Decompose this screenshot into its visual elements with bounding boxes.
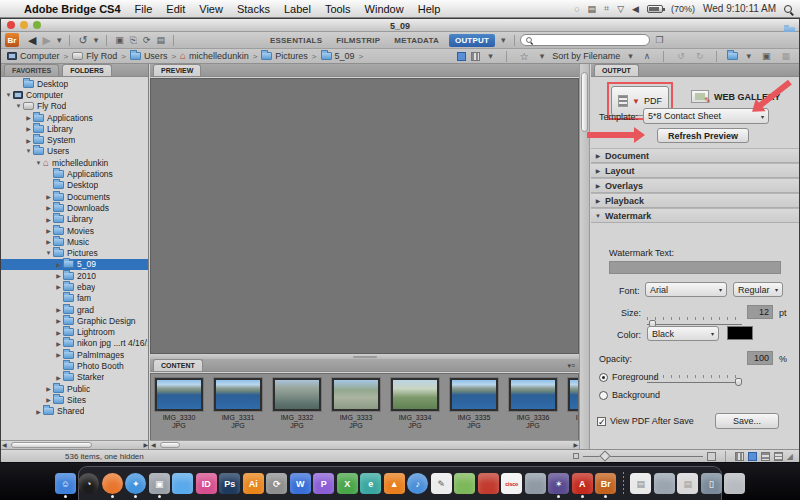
disclosure-right-icon[interactable]: ▶: [54, 261, 63, 268]
tree-item-photo-booth[interactable]: Photo Booth: [1, 360, 148, 371]
rotate-right-icon[interactable]: ↻: [696, 51, 704, 61]
dock-icon-finder[interactable]: ☺: [55, 473, 76, 494]
dock-icon-bridge[interactable]: Br: [595, 473, 616, 494]
view-thumbnails-icon[interactable]: [748, 452, 757, 461]
disclosure-right-icon[interactable]: ▶: [54, 283, 63, 290]
tab-favorites[interactable]: FAVORITES: [4, 64, 59, 76]
tree-item-system[interactable]: ▶System: [1, 134, 148, 145]
opacity-slider[interactable]: [647, 375, 742, 387]
menu-item-label[interactable]: Label: [284, 3, 311, 15]
sort-caret[interactable]: ▾: [628, 51, 633, 61]
displays-icon[interactable]: ▤: [588, 4, 597, 14]
dock-icon-stack-people[interactable]: [654, 473, 675, 494]
disclosure-right-icon[interactable]: ▶: [54, 306, 63, 313]
disclosure-right-icon[interactable]: ▶: [44, 204, 53, 211]
disclosure-right-icon[interactable]: ▶: [54, 317, 63, 324]
disclosure-right-icon[interactable]: ▶: [54, 272, 63, 279]
thumb-size-small-icon[interactable]: [573, 453, 579, 459]
dock-icon-ichat[interactable]: [172, 473, 193, 494]
dock-icon-people[interactable]: [525, 473, 546, 494]
opacity-value[interactable]: 100: [747, 351, 773, 365]
tree-item-palmimages[interactable]: ▶PalmImages: [1, 349, 148, 360]
thumbnail-img_3335[interactable]: IMG_3335JPG: [450, 378, 498, 440]
dock-icon-trash[interactable]: [724, 473, 745, 494]
thumbnail-img_3331[interactable]: IMG_3331JPG: [214, 378, 262, 440]
content-panel-menu-icon[interactable]: ▾≡: [567, 362, 575, 370]
quality-caret[interactable]: ▾: [488, 51, 493, 61]
disclosure-right-icon[interactable]: ▶: [44, 396, 53, 403]
tree-item-nikon-jpg-rt-4-16-1-[interactable]: ▶nikon jpg ...rt 4/16/1...: [1, 338, 148, 349]
back-button[interactable]: ◀: [28, 34, 36, 47]
thumbnail-img_3334[interactable]: IMG_3334JPG: [391, 378, 439, 440]
bluetooth-icon[interactable]: ⌗: [604, 3, 609, 14]
tree-item-documents[interactable]: ▶Documents: [1, 191, 148, 202]
disclosure-right-icon[interactable]: ▶: [54, 329, 63, 336]
thumbnail-size-slider[interactable]: [583, 456, 703, 457]
menu-item-edit[interactable]: Edit: [166, 3, 185, 15]
dock-icon-acrobat[interactable]: A: [572, 473, 593, 494]
dock-icon-stack-notes[interactable]: ▤: [677, 473, 698, 494]
dock-icon-word[interactable]: W: [290, 473, 311, 494]
tree-item-library[interactable]: ▶Library: [1, 123, 148, 134]
dock-icon-stack-documents[interactable]: ▤: [630, 473, 651, 494]
dock-icon-dashboard[interactable]: ◔: [78, 473, 99, 494]
tree-item-applications[interactable]: Applications: [1, 168, 148, 179]
dock-icon-powerpoint[interactable]: P: [313, 473, 334, 494]
menu-item-help[interactable]: Help: [418, 3, 441, 15]
tree-item-movies[interactable]: ▶Movies: [1, 225, 148, 236]
disclosure-right-icon[interactable]: ▶: [44, 193, 53, 200]
dock-icon-firefox[interactable]: [102, 473, 123, 494]
refresh-icon[interactable]: ⟳: [143, 35, 151, 45]
section-layout[interactable]: ▶Layout: [591, 163, 799, 178]
save-button[interactable]: Save...: [715, 413, 779, 429]
section-watermark[interactable]: ▼Watermark: [591, 208, 799, 223]
forward-button[interactable]: ▶: [42, 34, 50, 47]
disclosure-right-icon[interactable]: ▶: [54, 374, 63, 381]
menu-item-stacks[interactable]: Stacks: [237, 3, 270, 15]
thumbnail-img_3337[interactable]: IMG_3337JPG: [568, 378, 579, 440]
font-style-dropdown[interactable]: Regular ▾: [733, 282, 783, 297]
dock-icon-photoshop[interactable]: Ps: [219, 473, 240, 494]
left-panel-hscrollbar[interactable]: ◀▶: [1, 440, 149, 449]
tree-item-computer[interactable]: ▼Computer: [1, 89, 148, 100]
thumb-size-large-icon[interactable]: [707, 452, 716, 461]
rotate-left-icon[interactable]: ↺: [677, 51, 685, 61]
tree-item-desktop[interactable]: Desktop: [1, 180, 148, 191]
view-details-icon[interactable]: [761, 452, 770, 461]
menu-clock[interactable]: Wed 9:10:11 AM: [703, 3, 776, 14]
foreground-radio[interactable]: [599, 373, 608, 382]
breadcrumb-item-pictures[interactable]: Pictures: [261, 51, 308, 61]
resize-grip[interactable]: ◢: [787, 452, 793, 461]
boomerang-icon[interactable]: ↺: [78, 34, 87, 47]
size-value[interactable]: 12: [747, 305, 773, 319]
breadcrumb-item-computer[interactable]: Computer: [7, 51, 60, 61]
sort-ascending-icon[interactable]: ∧: [644, 51, 651, 61]
color-dropdown[interactable]: Black ▾: [647, 326, 719, 341]
breadcrumb-item-5_09[interactable]: 5_09: [321, 51, 355, 61]
tree-item-ebay[interactable]: ▶ebay: [1, 281, 148, 292]
copy-icon[interactable]: ⎘: [130, 35, 137, 46]
disclosure-right-icon[interactable]: ▶: [44, 385, 53, 392]
dock-icon-textedit[interactable]: ✎: [431, 473, 452, 494]
tree-item-library[interactable]: ▶Library: [1, 214, 148, 225]
section-playback[interactable]: ▶Playback: [591, 193, 799, 208]
workspace-tab-output[interactable]: OUTPUT: [449, 34, 495, 47]
tree-item-2010[interactable]: ▶2010: [1, 270, 148, 281]
thumbnail-img_3333[interactable]: IMG_3333JPG: [332, 378, 380, 440]
menu-item-file[interactable]: File: [135, 3, 153, 15]
view-grid-lock-icon[interactable]: [735, 452, 744, 461]
new-folder-camera-icon[interactable]: ▣: [762, 51, 771, 61]
thumbnail-img_3336[interactable]: IMG_3336JPG: [509, 378, 557, 440]
refresh-preview-button[interactable]: Refresh Preview: [657, 128, 749, 143]
breadcrumb-item-fly-rod[interactable]: Fly Rod: [72, 51, 117, 61]
dock-icon-illustrator[interactable]: Ai: [243, 473, 264, 494]
spotlight-icon[interactable]: [784, 5, 792, 13]
disclosure-right-icon[interactable]: ▶: [44, 227, 53, 234]
watermark-text-input[interactable]: [609, 261, 781, 274]
dock-icon-itunes[interactable]: ♪: [407, 473, 428, 494]
recent-caret[interactable]: ▾: [57, 35, 62, 45]
tree-item-fam[interactable]: fam: [1, 293, 148, 304]
dock-icon-stack-phone[interactable]: ▯: [701, 473, 722, 494]
compact-mode-icon[interactable]: ❐: [656, 35, 664, 45]
tree-item-shared[interactable]: ▶Shared: [1, 406, 148, 417]
